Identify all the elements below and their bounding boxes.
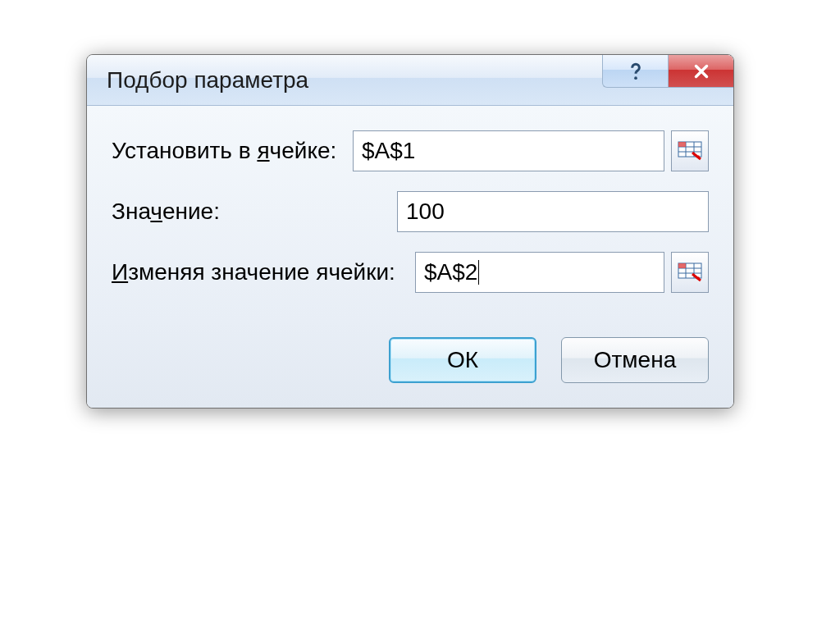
svg-rect-12 (678, 263, 686, 268)
svg-rect-6 (678, 142, 686, 147)
dialog-title: Подбор параметра (107, 67, 308, 94)
help-button[interactable] (602, 55, 668, 88)
titlebar[interactable]: Подбор параметра (87, 55, 733, 106)
set-cell-ref-button[interactable] (671, 130, 709, 171)
changing-cell-ref-button[interactable] (671, 252, 709, 293)
changing-cell-label: Изменяя значение ячейки: (112, 259, 415, 285)
titlebar-controls (602, 55, 733, 88)
cancel-button[interactable]: Отмена (561, 337, 709, 383)
svg-point-0 (634, 76, 637, 80)
close-icon (691, 61, 712, 82)
to-value-row: Значение: (112, 191, 709, 232)
dialog-body: Установить в ячейке: (87, 106, 733, 321)
to-value-input[interactable] (397, 191, 709, 232)
ok-button[interactable]: ОК (389, 337, 536, 383)
set-cell-label: Установить в ячейке: (112, 138, 353, 164)
set-cell-input[interactable] (353, 130, 664, 171)
dialog-footer: ОК Отмена (87, 321, 733, 408)
collapse-dialog-icon (678, 141, 702, 161)
to-value-input-wrap (397, 191, 709, 232)
goal-seek-dialog: Подбор параметра Установить в ячейке: (86, 54, 734, 409)
set-cell-input-wrap (353, 130, 709, 171)
changing-cell-input[interactable]: $A$2 (415, 252, 664, 293)
changing-cell-row: Изменяя значение ячейки: $A$2 (112, 252, 709, 293)
collapse-dialog-icon (678, 262, 702, 282)
to-value-label: Значение: (112, 199, 397, 225)
close-button[interactable] (668, 55, 733, 88)
cancel-button-label: Отмена (594, 347, 676, 373)
changing-cell-input-wrap: $A$2 (415, 252, 709, 293)
ok-button-label: ОК (447, 347, 478, 373)
text-cursor (478, 260, 479, 285)
set-cell-row: Установить в ячейке: (112, 130, 709, 171)
help-icon (625, 61, 646, 82)
